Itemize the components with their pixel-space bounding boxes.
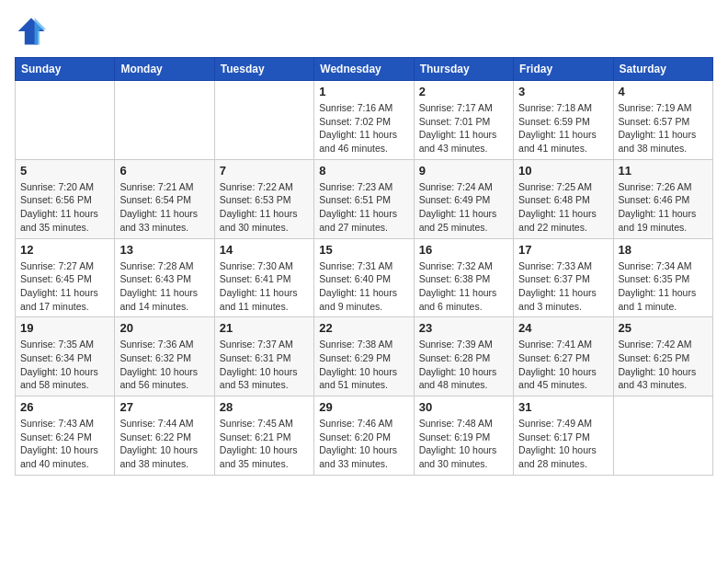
calendar-cell: 3Sunrise: 7:18 AMSunset: 6:59 PMDaylight… <box>514 81 613 160</box>
day-info: Sunrise: 7:21 AMSunset: 6:54 PMDaylight:… <box>119 180 209 235</box>
calendar-cell: 15Sunrise: 7:31 AMSunset: 6:40 PMDayligh… <box>314 238 414 317</box>
day-number: 25 <box>619 321 708 335</box>
day-info: Sunrise: 7:39 AMSunset: 6:28 PMDaylight:… <box>419 338 508 392</box>
calendar-cell: 26Sunrise: 7:43 AMSunset: 6:24 PMDayligh… <box>16 396 115 476</box>
day-number: 19 <box>20 321 109 335</box>
day-number: 21 <box>220 321 309 335</box>
day-number: 12 <box>20 243 109 257</box>
calendar-cell: 16Sunrise: 7:32 AMSunset: 6:38 PMDayligh… <box>414 238 513 317</box>
calendar-cell <box>16 81 115 160</box>
calendar-week-row: 19Sunrise: 7:35 AMSunset: 6:34 PMDayligh… <box>16 317 713 396</box>
day-info: Sunrise: 7:38 AMSunset: 6:29 PMDaylight:… <box>319 338 408 392</box>
day-number: 11 <box>619 164 708 178</box>
day-info: Sunrise: 7:16 AMSunset: 7:02 PMDaylight:… <box>319 101 408 155</box>
calendar-header-row: SundayMondayTuesdayWednesdayThursdayFrid… <box>16 58 713 81</box>
day-info: Sunrise: 7:17 AMSunset: 7:01 PMDaylight:… <box>419 101 508 155</box>
calendar-cell: 21Sunrise: 7:37 AMSunset: 6:31 PMDayligh… <box>214 317 313 396</box>
logo-icon <box>15 15 48 48</box>
calendar-week-row: 5Sunrise: 7:20 AMSunset: 6:56 PMDaylight… <box>16 159 713 238</box>
day-number: 8 <box>319 164 408 178</box>
calendar-cell: 14Sunrise: 7:30 AMSunset: 6:41 PMDayligh… <box>214 238 313 317</box>
day-info: Sunrise: 7:20 AMSunset: 6:56 PMDaylight:… <box>20 180 109 235</box>
calendar-cell: 27Sunrise: 7:44 AMSunset: 6:22 PMDayligh… <box>115 396 214 476</box>
day-of-week-header: Thursday <box>414 58 513 81</box>
day-number: 7 <box>220 164 309 178</box>
day-info: Sunrise: 7:37 AMSunset: 6:31 PMDaylight:… <box>220 338 309 392</box>
calendar-cell: 13Sunrise: 7:28 AMSunset: 6:43 PMDayligh… <box>115 238 214 317</box>
day-info: Sunrise: 7:28 AMSunset: 6:43 PMDaylight:… <box>119 259 209 314</box>
calendar-cell <box>214 81 313 160</box>
day-number: 24 <box>518 321 608 335</box>
calendar-cell: 22Sunrise: 7:38 AMSunset: 6:29 PMDayligh… <box>314 317 414 396</box>
day-number: 29 <box>319 400 408 414</box>
day-info: Sunrise: 7:31 AMSunset: 6:40 PMDaylight:… <box>319 259 408 314</box>
day-info: Sunrise: 7:33 AMSunset: 6:37 PMDaylight:… <box>518 259 608 314</box>
calendar-cell: 1Sunrise: 7:16 AMSunset: 7:02 PMDaylight… <box>314 81 414 160</box>
day-number: 14 <box>220 243 309 257</box>
day-number: 20 <box>119 321 209 335</box>
day-of-week-header: Wednesday <box>314 58 414 81</box>
day-number: 17 <box>518 243 608 257</box>
page-header <box>15 15 713 48</box>
day-number: 23 <box>419 321 508 335</box>
calendar-cell: 10Sunrise: 7:25 AMSunset: 6:48 PMDayligh… <box>514 159 613 238</box>
day-info: Sunrise: 7:18 AMSunset: 6:59 PMDaylight:… <box>518 101 608 155</box>
day-number: 5 <box>20 164 109 178</box>
day-number: 4 <box>619 85 708 98</box>
day-of-week-header: Monday <box>115 58 214 81</box>
day-info: Sunrise: 7:45 AMSunset: 6:21 PMDaylight:… <box>220 417 309 471</box>
day-info: Sunrise: 7:25 AMSunset: 6:48 PMDaylight:… <box>518 180 608 235</box>
calendar-cell: 25Sunrise: 7:42 AMSunset: 6:25 PMDayligh… <box>613 317 712 396</box>
day-number: 6 <box>119 164 209 178</box>
calendar-cell: 4Sunrise: 7:19 AMSunset: 6:57 PMDaylight… <box>613 81 712 160</box>
day-of-week-header: Sunday <box>16 58 115 81</box>
day-info: Sunrise: 7:26 AMSunset: 6:46 PMDaylight:… <box>619 180 708 235</box>
day-number: 27 <box>119 400 209 414</box>
day-number: 26 <box>20 400 109 414</box>
calendar-cell: 30Sunrise: 7:48 AMSunset: 6:19 PMDayligh… <box>414 396 513 476</box>
day-info: Sunrise: 7:46 AMSunset: 6:20 PMDaylight:… <box>319 417 408 471</box>
day-of-week-header: Saturday <box>613 58 712 81</box>
day-info: Sunrise: 7:19 AMSunset: 6:57 PMDaylight:… <box>619 101 708 155</box>
day-number: 18 <box>619 243 708 257</box>
calendar-cell: 12Sunrise: 7:27 AMSunset: 6:45 PMDayligh… <box>16 238 115 317</box>
day-number: 13 <box>119 243 209 257</box>
day-info: Sunrise: 7:30 AMSunset: 6:41 PMDaylight:… <box>220 259 309 314</box>
day-info: Sunrise: 7:32 AMSunset: 6:38 PMDaylight:… <box>419 259 508 314</box>
calendar-week-row: 1Sunrise: 7:16 AMSunset: 7:02 PMDaylight… <box>16 81 713 160</box>
day-info: Sunrise: 7:42 AMSunset: 6:25 PMDaylight:… <box>619 338 708 392</box>
day-info: Sunrise: 7:43 AMSunset: 6:24 PMDaylight:… <box>20 417 109 471</box>
svg-marker-0 <box>18 18 45 45</box>
calendar-cell: 2Sunrise: 7:17 AMSunset: 7:01 PMDaylight… <box>414 81 513 160</box>
calendar-cell: 31Sunrise: 7:49 AMSunset: 6:17 PMDayligh… <box>514 396 613 476</box>
day-info: Sunrise: 7:48 AMSunset: 6:19 PMDaylight:… <box>419 417 508 471</box>
calendar-table: SundayMondayTuesdayWednesdayThursdayFrid… <box>15 57 713 476</box>
day-info: Sunrise: 7:36 AMSunset: 6:32 PMDaylight:… <box>119 338 209 392</box>
day-of-week-header: Friday <box>514 58 613 81</box>
day-number: 1 <box>319 85 408 98</box>
day-number: 16 <box>419 243 508 257</box>
day-info: Sunrise: 7:22 AMSunset: 6:53 PMDaylight:… <box>220 180 309 235</box>
calendar-cell: 7Sunrise: 7:22 AMSunset: 6:53 PMDaylight… <box>214 159 313 238</box>
calendar-cell <box>115 81 214 160</box>
day-number: 10 <box>518 164 608 178</box>
day-number: 9 <box>419 164 508 178</box>
calendar-cell: 19Sunrise: 7:35 AMSunset: 6:34 PMDayligh… <box>16 317 115 396</box>
calendar-cell: 24Sunrise: 7:41 AMSunset: 6:27 PMDayligh… <box>514 317 613 396</box>
day-number: 31 <box>518 400 608 414</box>
day-info: Sunrise: 7:23 AMSunset: 6:51 PMDaylight:… <box>319 180 408 235</box>
calendar-week-row: 26Sunrise: 7:43 AMSunset: 6:24 PMDayligh… <box>16 396 713 476</box>
day-info: Sunrise: 7:27 AMSunset: 6:45 PMDaylight:… <box>20 259 109 314</box>
calendar-week-row: 12Sunrise: 7:27 AMSunset: 6:45 PMDayligh… <box>16 238 713 317</box>
day-number: 3 <box>518 85 608 98</box>
day-number: 2 <box>419 85 508 98</box>
day-info: Sunrise: 7:41 AMSunset: 6:27 PMDaylight:… <box>518 338 608 392</box>
calendar-cell <box>613 396 712 476</box>
logo <box>15 15 51 48</box>
calendar-cell: 9Sunrise: 7:24 AMSunset: 6:49 PMDaylight… <box>414 159 513 238</box>
calendar-cell: 18Sunrise: 7:34 AMSunset: 6:35 PMDayligh… <box>613 238 712 317</box>
calendar-cell: 20Sunrise: 7:36 AMSunset: 6:32 PMDayligh… <box>115 317 214 396</box>
day-info: Sunrise: 7:34 AMSunset: 6:35 PMDaylight:… <box>619 259 708 314</box>
calendar-cell: 8Sunrise: 7:23 AMSunset: 6:51 PMDaylight… <box>314 159 414 238</box>
day-number: 28 <box>220 400 309 414</box>
